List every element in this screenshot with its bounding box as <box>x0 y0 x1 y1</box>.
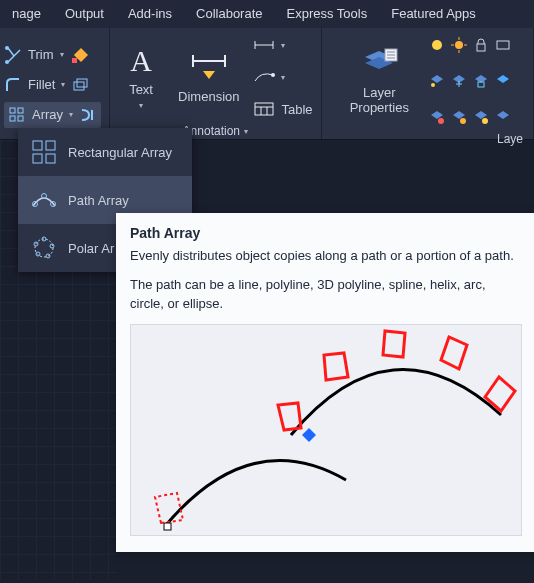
linear-dim-button[interactable]: ▾ <box>253 32 312 58</box>
svg-point-39 <box>482 118 488 124</box>
tooltip-description-1: Evenly distributes object copies along a… <box>130 247 522 266</box>
array-icon <box>8 106 26 124</box>
svg-rect-19 <box>255 103 273 115</box>
layer-thaw-icon[interactable] <box>451 109 467 125</box>
dimension-button[interactable]: Dimension <box>172 49 245 106</box>
subset-icon[interactable] <box>79 106 97 124</box>
array-button[interactable]: Array ▾ <box>4 102 101 128</box>
menubar: nage Output Add-ins Collaborate Express … <box>0 0 534 28</box>
layer-color-icon[interactable] <box>495 73 511 89</box>
menubar-item[interactable]: Collaborate <box>184 0 275 28</box>
ribbon: Trim ▾ Fillet ▾ Array ▾ <box>0 28 534 140</box>
path-array-icon <box>30 186 58 214</box>
svg-point-27 <box>432 40 442 50</box>
trim-label: Trim <box>28 47 54 62</box>
path-array-tooltip: Path Array Evenly distributes object cop… <box>116 213 534 552</box>
layer-sun-icon[interactable] <box>473 109 489 125</box>
rectangular-array-label: Rectangular Array <box>68 145 172 160</box>
array-label: Array <box>32 107 63 122</box>
lightbulb-on-icon[interactable] <box>429 37 445 53</box>
svg-point-38 <box>460 118 466 124</box>
svg-point-47 <box>35 239 53 257</box>
dropdown-arrow-icon: ▾ <box>61 80 65 89</box>
linear-dim-icon <box>253 37 275 53</box>
svg-rect-7 <box>18 108 23 113</box>
svg-rect-40 <box>33 141 42 150</box>
layer-properties-icon <box>359 47 399 81</box>
svg-point-0 <box>5 46 9 50</box>
svg-point-28 <box>455 41 463 49</box>
layer-properties-button[interactable]: Layer Properties <box>344 45 415 117</box>
rectangular-array-icon <box>30 138 58 166</box>
leader-icon <box>253 69 275 85</box>
lock-icon[interactable] <box>473 37 489 53</box>
rectangular-array-item[interactable]: Rectangular Array <box>18 128 192 176</box>
text-label: Text <box>129 82 153 97</box>
layer-off-icon[interactable] <box>429 109 445 125</box>
trim-icon <box>4 46 22 64</box>
fillet-icon <box>4 76 22 94</box>
polar-array-icon <box>30 234 58 262</box>
svg-point-18 <box>271 73 275 77</box>
svg-rect-33 <box>477 44 485 51</box>
match-properties-icon[interactable] <box>70 46 88 64</box>
menubar-item[interactable]: nage <box>0 0 53 28</box>
tooltip-title: Path Array <box>130 225 522 241</box>
menubar-item[interactable]: Express Tools <box>275 0 380 28</box>
svg-rect-3 <box>72 58 77 63</box>
svg-rect-43 <box>46 154 55 163</box>
dropdown-arrow-icon: ▾ <box>60 50 64 59</box>
ribbon-group-layers: Layer Properties <box>322 28 534 139</box>
sun-icon[interactable] <box>451 37 467 53</box>
dropdown-arrow-icon: ▾ <box>281 73 285 82</box>
layer-lock-2-icon[interactable] <box>473 73 489 89</box>
menubar-item[interactable]: Output <box>53 0 116 28</box>
svg-point-1 <box>5 60 9 64</box>
svg-text:A: A <box>130 44 152 77</box>
tooltip-illustration <box>130 324 522 536</box>
explode-icon[interactable] <box>71 76 89 94</box>
svg-rect-53 <box>164 523 171 530</box>
dropdown-arrow-icon: ▾ <box>69 110 73 119</box>
layer-walk-icon[interactable] <box>495 109 511 125</box>
svg-point-37 <box>438 118 444 124</box>
layer-iso-icon[interactable] <box>429 73 445 89</box>
dimension-icon <box>189 51 229 85</box>
svg-rect-41 <box>46 141 55 150</box>
dropdown-arrow-icon: ▾ <box>139 101 143 110</box>
svg-point-51 <box>36 252 40 256</box>
table-button[interactable]: Table <box>253 96 312 122</box>
layer-panel-label: Laye <box>497 132 523 146</box>
svg-rect-5 <box>77 79 87 87</box>
svg-rect-4 <box>74 82 84 90</box>
layer-properties-label: Layer Properties <box>350 85 409 115</box>
svg-point-35 <box>431 83 435 87</box>
leader-button[interactable]: ▾ <box>253 64 312 90</box>
table-icon <box>253 101 275 117</box>
path-array-label: Path Array <box>68 193 129 208</box>
tooltip-description-2: The path can be a line, polyline, 3D pol… <box>130 276 522 314</box>
table-label: Table <box>281 102 312 117</box>
ribbon-group-annotation: A Text ▾ Dimension ▾ ▾ Table <box>110 28 322 139</box>
svg-rect-34 <box>497 41 509 49</box>
annotation-group-label[interactable]: Annotation ▾ <box>183 124 248 138</box>
svg-rect-42 <box>33 154 42 163</box>
svg-rect-6 <box>10 108 15 113</box>
dimension-label: Dimension <box>178 89 239 104</box>
fillet-button[interactable]: Fillet ▾ <box>4 72 101 98</box>
svg-rect-9 <box>18 116 23 121</box>
svg-rect-8 <box>10 116 15 121</box>
fillet-label: Fillet <box>28 77 55 92</box>
trim-button[interactable]: Trim ▾ <box>4 42 101 68</box>
text-button[interactable]: A Text ▾ <box>118 42 164 112</box>
dropdown-arrow-icon: ▾ <box>244 127 248 136</box>
polar-array-label: Polar Ar <box>68 241 114 256</box>
text-icon: A <box>124 44 158 78</box>
plot-icon[interactable] <box>495 37 511 53</box>
ribbon-group-modify: Trim ▾ Fillet ▾ Array ▾ <box>0 28 110 139</box>
menubar-item[interactable]: Featured Apps <box>379 0 488 28</box>
layer-freeze-icon[interactable] <box>451 73 467 89</box>
menubar-item[interactable]: Add-ins <box>116 0 184 28</box>
dropdown-arrow-icon: ▾ <box>281 41 285 50</box>
